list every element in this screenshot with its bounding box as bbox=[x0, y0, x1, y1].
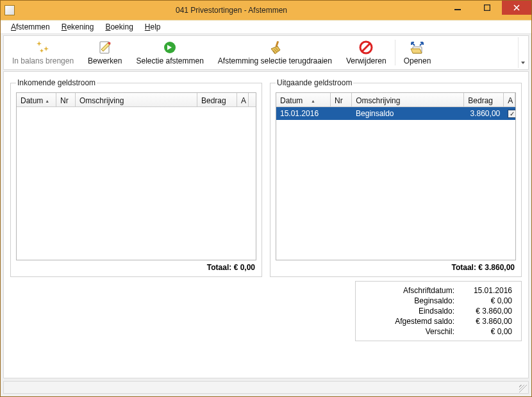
summary-afschriftdatum-label: Afschriftdatum: bbox=[362, 285, 457, 296]
sort-asc-icon: ▲ bbox=[45, 99, 49, 103]
table-row[interactable]: 15.01.2016Beginsaldo3.860,00✓ bbox=[276, 107, 515, 120]
cell-datum: 15.01.2016 bbox=[276, 109, 331, 118]
toolbar-in-balans-brengen[interactable]: In balans brengen bbox=[5, 37, 81, 68]
svg-line-10 bbox=[362, 44, 370, 51]
col-bedrag[interactable]: Bedrag bbox=[464, 93, 504, 106]
arrow-right-circle-icon bbox=[162, 40, 178, 55]
incoming-total: Totaal: € 0,00 bbox=[16, 260, 256, 272]
minimize-icon bbox=[454, 4, 461, 11]
summary-beginsaldo-value: € 0,00 bbox=[457, 296, 515, 306]
svg-marker-4 bbox=[40, 49, 44, 53]
titlebar[interactable]: 041 Privestortingen - Afstemmen bbox=[1, 1, 531, 20]
summary-afgestemd-value: € 3.860,00 bbox=[457, 316, 515, 326]
menu-boeking[interactable]: Boeking bbox=[100, 21, 138, 33]
sort-asc-icon: ▲ bbox=[311, 99, 315, 103]
summary-eindsaldo-value: € 3.860,00 bbox=[457, 306, 515, 316]
summary-beginsaldo-label: Beginsaldo: bbox=[362, 296, 457, 306]
sparkle-icon bbox=[35, 40, 51, 55]
grid-header: Datum▲ Nr Omschrijving Bedrag A bbox=[17, 93, 256, 107]
svg-marker-3 bbox=[44, 46, 49, 51]
window-buttons bbox=[443, 1, 531, 20]
menu-afstemmen[interactable]: Afstemmen bbox=[6, 21, 55, 33]
col-a[interactable]: A bbox=[237, 93, 249, 106]
prohibit-icon bbox=[358, 40, 374, 55]
toolbar-verwijderen[interactable]: Verwijderen bbox=[339, 37, 394, 68]
panels-row: Inkomende geldstroom Datum▲ Nr Omschrijv… bbox=[10, 78, 522, 277]
menu-help[interactable]: Help bbox=[140, 21, 166, 33]
close-button[interactable] bbox=[502, 1, 531, 15]
summary-afschriftdatum-value: 15.01.2016 bbox=[457, 285, 515, 296]
statusbar bbox=[3, 381, 529, 394]
col-omschrijving[interactable]: Omschrijving bbox=[76, 93, 197, 106]
toolbar-bewerken[interactable]: Bewerken bbox=[81, 37, 129, 68]
app-icon bbox=[4, 5, 15, 15]
toolbar-label: In balans brengen bbox=[12, 56, 74, 65]
summary-box: Afschriftdatum:15.01.2016 Beginsaldo:€ 0… bbox=[355, 281, 522, 341]
outgoing-total: Totaal: € 3.860,00 bbox=[276, 260, 516, 272]
cell-omschrijving: Beginsaldo bbox=[352, 109, 464, 118]
app-window: 041 Privestortingen - Afstemmen Afstemme… bbox=[0, 0, 532, 397]
toolbar-label: Verwijderen bbox=[346, 56, 387, 65]
client-area: Inkomende geldstroom Datum▲ Nr Omschrijv… bbox=[3, 71, 529, 378]
cell-bedrag: 3.860,00 bbox=[464, 109, 504, 118]
col-datum[interactable]: Datum ▲ bbox=[276, 93, 331, 106]
incoming-grid[interactable]: Datum▲ Nr Omschrijving Bedrag A bbox=[16, 92, 256, 260]
close-icon bbox=[513, 4, 520, 11]
toolbar-label: Bewerken bbox=[88, 56, 122, 65]
svg-marker-2 bbox=[37, 41, 42, 46]
toolbar: In balans brengen Bewerken Selectie afst… bbox=[3, 35, 529, 70]
resize-grip-icon[interactable] bbox=[519, 385, 527, 393]
outgoing-group: Uitgaande geldstroom Datum ▲ Nr Omschrij… bbox=[270, 78, 522, 277]
summary-afgestemd-label: Afgestemd saldo: bbox=[362, 316, 457, 326]
summary-table: Afschriftdatum:15.01.2016 Beginsaldo:€ 0… bbox=[362, 285, 515, 337]
summary-verschil-label: Verschil: bbox=[362, 326, 457, 337]
chevron-down-icon bbox=[521, 62, 525, 64]
incoming-group: Inkomende geldstroom Datum▲ Nr Omschrijv… bbox=[10, 78, 262, 277]
grid-body[interactable]: 15.01.2016Beginsaldo3.860,00✓ bbox=[276, 107, 515, 260]
col-bedrag[interactable]: Bedrag bbox=[197, 93, 237, 106]
grid-body[interactable] bbox=[17, 107, 256, 260]
svg-rect-0 bbox=[454, 9, 461, 10]
toolbar-label: Openen bbox=[404, 56, 431, 65]
toolbar-openen[interactable]: Openen bbox=[397, 37, 438, 68]
col-nr[interactable]: Nr bbox=[331, 93, 352, 106]
menu-rekening[interactable]: Rekening bbox=[56, 21, 99, 33]
open-icon bbox=[410, 40, 425, 55]
menubar: Afstemmen Rekening Boeking Help bbox=[1, 20, 531, 34]
incoming-legend: Inkomende geldstroom bbox=[16, 78, 97, 87]
maximize-button[interactable] bbox=[472, 1, 502, 15]
window-title: 041 Privestortingen - Afstemmen bbox=[20, 6, 443, 15]
summary-verschil-value: € 0,00 bbox=[457, 326, 515, 337]
svg-point-6 bbox=[108, 42, 110, 45]
toolbar-selectie-terugdraaien[interactable]: Afstemming selectie terugdraaien bbox=[211, 37, 339, 68]
summary-eindsaldo-label: Eindsaldo: bbox=[362, 306, 457, 316]
maximize-icon bbox=[484, 4, 490, 11]
col-omschrijving[interactable]: Omschrijving bbox=[352, 93, 464, 106]
outgoing-grid[interactable]: Datum ▲ Nr Omschrijving Bedrag A 15.01.2… bbox=[276, 92, 516, 260]
toolbar-label: Afstemming selectie terugdraaien bbox=[218, 56, 332, 65]
broom-icon bbox=[267, 40, 283, 55]
svg-rect-1 bbox=[485, 5, 490, 11]
toolbar-label: Selectie afstemmen bbox=[136, 56, 203, 65]
col-a[interactable]: A bbox=[504, 93, 515, 106]
edit-icon bbox=[97, 40, 113, 55]
col-datum[interactable]: Datum▲ bbox=[17, 93, 56, 106]
toolbar-separator bbox=[395, 40, 395, 65]
checkbox-icon[interactable]: ✓ bbox=[508, 110, 515, 118]
toolbar-overflow[interactable] bbox=[518, 37, 527, 68]
minimize-button[interactable] bbox=[443, 1, 472, 15]
cell-a[interactable]: ✓ bbox=[504, 109, 515, 119]
toolbar-selectie-afstemmen[interactable]: Selectie afstemmen bbox=[129, 37, 210, 68]
outgoing-legend: Uitgaande geldstroom bbox=[276, 78, 353, 87]
col-nr[interactable]: Nr bbox=[56, 93, 76, 106]
grid-header: Datum ▲ Nr Omschrijving Bedrag A bbox=[276, 93, 515, 107]
